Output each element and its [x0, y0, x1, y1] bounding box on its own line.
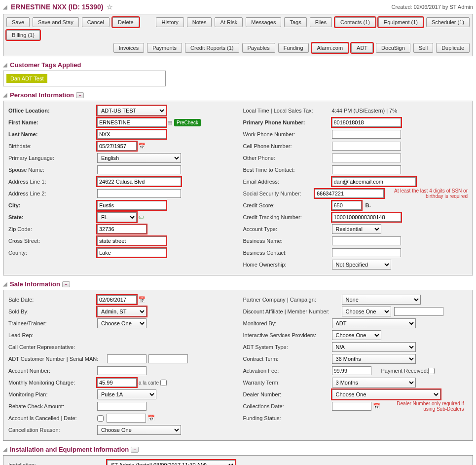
installation-select[interactable]: ST Admin (Install 03/09/2017 11:30 AM): [107, 460, 235, 465]
funding-button[interactable]: Funding: [278, 43, 309, 53]
office-select[interactable]: ADT-US TEST: [97, 106, 166, 116]
language-select[interactable]: English: [97, 153, 181, 163]
tags-button[interactable]: Tags: [284, 17, 306, 27]
contract-term-select[interactable]: 36 Months: [332, 354, 416, 364]
cancel-reason-select[interactable]: Choose One: [97, 425, 181, 435]
payables-button[interactable]: Payables: [242, 43, 275, 53]
sale-date-input[interactable]: [97, 295, 137, 304]
sell-button[interactable]: Sell: [413, 43, 433, 53]
section-arrow-icon: ◢: [3, 281, 7, 287]
billing-1--button[interactable]: Billing (1): [6, 30, 40, 40]
collapse-button[interactable]: −: [76, 92, 84, 98]
credit-score-input[interactable]: [332, 201, 362, 210]
calendar-icon[interactable]: 📅: [138, 143, 146, 150]
credit-tracking-input[interactable]: [332, 213, 401, 222]
work-phone-input[interactable]: [332, 130, 401, 139]
precheck-button[interactable]: PreCheck: [174, 119, 201, 126]
messages-button[interactable]: Messages: [246, 17, 281, 27]
cross-input[interactable]: [97, 236, 166, 245]
activation-fee-input[interactable]: [332, 366, 371, 375]
monitoring-plan-select[interactable]: Pulse 1A: [97, 389, 156, 399]
customer-tag[interactable]: Dan ADT Test: [6, 74, 47, 83]
adt-cust-input[interactable]: [107, 354, 146, 363]
map-icon[interactable]: 🏷: [138, 214, 144, 220]
docusign-button[interactable]: DocuSign: [376, 43, 410, 53]
birthdate-input[interactable]: [97, 142, 137, 151]
county-input[interactable]: [97, 248, 166, 257]
install-title: Installation and Equipment Information: [10, 446, 129, 453]
trainee-select[interactable]: Choose One: [97, 318, 146, 328]
coll-label: Collections Date:: [243, 403, 332, 409]
zip-input[interactable]: [97, 225, 146, 233]
credit-reports-1--button[interactable]: Credit Reports (1): [185, 43, 239, 53]
cancelled-checkbox[interactable]: [97, 415, 104, 422]
equipment-1--button[interactable]: Equipment (1): [378, 17, 423, 27]
invoices-button[interactable]: Invoices: [113, 43, 144, 53]
save-and-stay-button[interactable]: Save and Stay: [33, 17, 79, 27]
at-risk-button[interactable]: At Risk: [215, 17, 243, 27]
scheduler-1--button[interactable]: Scheduler (1): [426, 17, 470, 27]
monitored-by-select[interactable]: ADT: [332, 318, 416, 328]
cell-phone-input[interactable]: [332, 142, 401, 151]
files-button[interactable]: Files: [310, 17, 332, 27]
favorite-star-icon[interactable]: ☆: [107, 3, 113, 11]
delete-button[interactable]: Delete: [112, 17, 139, 27]
rebate-input[interactable]: [97, 402, 146, 411]
payments-button[interactable]: Payments: [147, 43, 182, 53]
account-type-select[interactable]: Residential: [332, 224, 381, 234]
collapse-button[interactable]: −: [62, 281, 70, 287]
account-number-input[interactable]: [97, 366, 146, 375]
history-button[interactable]: History: [156, 17, 183, 27]
addr1-input[interactable]: [97, 177, 181, 186]
adtcust-label: ADT Customer Number | Serial MAN:: [8, 356, 107, 362]
primary-phone-input[interactable]: [332, 118, 401, 127]
cancel-button[interactable]: Cancel: [82, 17, 110, 27]
home-ownership-select[interactable]: Not Specified: [332, 260, 391, 270]
addr2-input[interactable]: [97, 189, 181, 198]
best-time-input[interactable]: [332, 165, 401, 174]
contacts-1--button[interactable]: Contacts (1): [335, 17, 375, 27]
duplicate-button[interactable]: Duplicate: [436, 43, 470, 53]
dealer-select[interactable]: Choose One: [332, 389, 440, 399]
other-phone-input[interactable]: [332, 154, 401, 162]
state-select[interactable]: FL: [97, 212, 137, 222]
last-name-label: Last Name:: [8, 131, 97, 137]
discount-select[interactable]: Choose One: [342, 307, 391, 316]
partner-select[interactable]: None: [342, 295, 421, 305]
payment-received-checkbox[interactable]: [428, 368, 435, 374]
first-name-input[interactable]: [97, 118, 166, 127]
last-name-input[interactable]: [97, 130, 166, 139]
calendar-icon[interactable]: 📅: [147, 415, 155, 422]
member-number-input[interactable]: [394, 307, 443, 316]
serial-man-input[interactable]: [148, 354, 188, 363]
soldby-select[interactable]: Admin, ST: [97, 307, 146, 316]
email-label: Email Address:: [243, 179, 332, 185]
adt-button[interactable]: ADT: [351, 43, 373, 53]
spouse-input[interactable]: [97, 165, 181, 174]
email-input[interactable]: [332, 177, 416, 186]
ophone-label: Other Phone:: [243, 155, 332, 161]
isp-select[interactable]: Choose One: [332, 330, 381, 340]
state-label: State:: [8, 214, 97, 220]
collections-date-input[interactable]: [332, 402, 371, 411]
tags-title: Customer Tags Applied: [10, 61, 81, 69]
warranty-term-select[interactable]: 3 Months: [332, 378, 416, 388]
collapse-button[interactable]: −: [131, 447, 139, 453]
trainee-label: Trainee/Trainer:: [8, 320, 97, 326]
calendar-icon[interactable]: 📅: [373, 403, 380, 410]
system-type-select[interactable]: N/A: [332, 342, 416, 352]
calendar-icon[interactable]: 📅: [138, 296, 146, 303]
city-input[interactable]: [97, 201, 166, 210]
alarm-com-button[interactable]: Alarm.com: [312, 43, 349, 53]
business-name-input[interactable]: [332, 236, 401, 245]
home-label: Home Ownership:: [243, 262, 332, 268]
notes-button[interactable]: Notes: [187, 17, 212, 27]
wphone-label: Work Phone Number:: [243, 131, 332, 137]
ssn-input[interactable]: [315, 189, 384, 198]
cancel-date-input[interactable]: [107, 414, 146, 423]
alacarte-checkbox[interactable]: [160, 380, 167, 386]
save-button[interactable]: Save: [6, 17, 30, 27]
business-contact-input[interactable]: [332, 248, 401, 257]
mmc-input[interactable]: [97, 378, 137, 387]
contact-card-icon[interactable]: ▤: [167, 119, 172, 126]
